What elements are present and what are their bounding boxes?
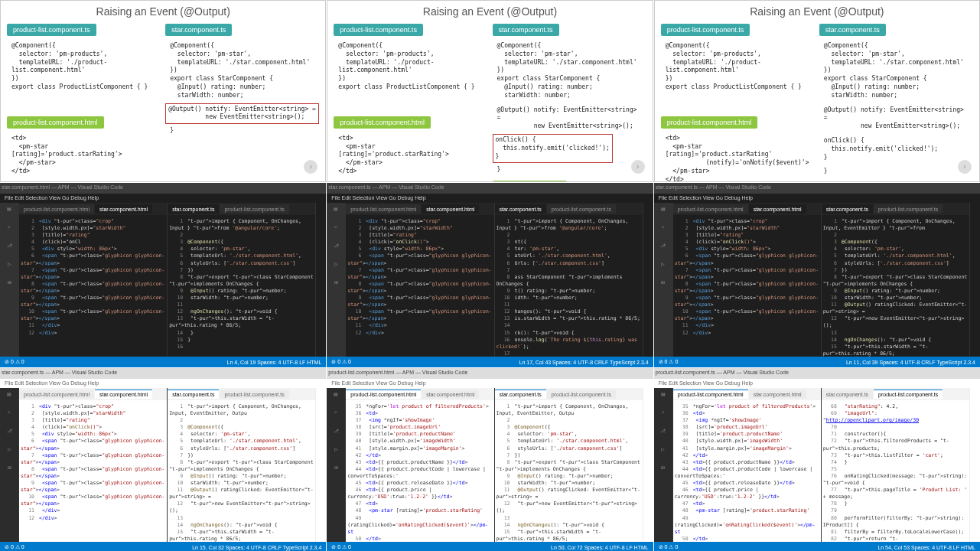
tab-active[interactable]: star.component.html <box>95 390 152 399</box>
tab-active[interactable]: star.component.ts <box>495 390 546 399</box>
tab[interactable]: star.component.ts <box>822 390 873 399</box>
menubar[interactable]: File Edit Selection View Go Debug Help <box>0 379 326 388</box>
activity-bar[interactable]: ▤⌕⎇▷⊞ <box>327 388 345 542</box>
debug-icon: ▷ <box>657 261 669 273</box>
label-star-ts: star.component.ts <box>165 24 232 36</box>
editor-pane[interactable]: 1"t-pur">import { Component, OnChanges, … <box>495 215 643 357</box>
git-icon: ⎇ <box>657 428 669 440</box>
code-pl-html-notify: <td> <pm-star [rating]='product.starRati… <box>661 132 815 182</box>
minimap[interactable] <box>315 388 326 542</box>
tab[interactable]: product-list.component.ts <box>220 390 288 399</box>
activity-bar[interactable]: ▤⌕⎇▷⊞ <box>654 203 672 357</box>
code-onclick: onClick() { this.notify.emit('clicked!')… <box>819 134 973 165</box>
editor-pane[interactable]: 68 "starRating": 4.2,69 "imageUrl": "htt… <box>822 400 969 542</box>
slide-title: Raising an Event (@Output) <box>327 1 652 21</box>
statusbar[interactable]: ⊘ 0 ⚠ 0Ln 4, Col 19 Spaces: 4 UTF-8 LF H… <box>0 357 326 367</box>
code-brace: } <box>165 124 319 139</box>
ext-icon: ⊞ <box>657 279 669 292</box>
search-icon: ⌕ <box>330 409 342 422</box>
editor-pane[interactable]: 1"t-pur">import { Component, OnChanges, … <box>168 215 315 354</box>
tab[interactable]: star.component.html <box>422 390 479 399</box>
minimap[interactable] <box>969 203 980 357</box>
code-output: @Output() notify: EventEmitter<string> =… <box>165 103 319 125</box>
debug-icon: ▷ <box>3 446 15 458</box>
tab-active[interactable]: product-list.component.html <box>346 390 421 399</box>
slide-title: Raising an Event (@Output) <box>1 1 325 21</box>
tab[interactable]: product-list.component.ts <box>220 204 288 214</box>
git-icon: ⎇ <box>3 243 15 255</box>
activity-bar[interactable]: ▤⌕⎇▷⊞ <box>327 203 345 357</box>
activity-bar[interactable]: ▤ ⌕ ⎇ ▷ ⊞ <box>0 203 18 357</box>
statusbar[interactable]: ⊘ 0 ⚠ 0Ln 15, Col 32 Spaces: 4 UTF-8 CRL… <box>0 542 326 551</box>
label-pl-html: product-list.component.html <box>334 116 431 129</box>
label-pl-ts: product-list.component.ts <box>661 24 750 36</box>
statusbar[interactable]: ⊘ 0 ⚠ 0Ln 54, Col 53 Spaces: 4 UTF-8 LF … <box>654 542 980 551</box>
label-star-ts: star.component.ts <box>493 24 559 36</box>
tab-active[interactable]: product-list.component.html <box>673 390 748 399</box>
tab-active[interactable]: star.component.ts <box>168 204 219 214</box>
search-icon: ⌕ <box>657 409 669 422</box>
tab[interactable]: product-list.component.ts <box>547 390 616 399</box>
tab[interactable]: product-list.component.html <box>346 204 421 214</box>
minimap[interactable] <box>643 388 653 542</box>
editor-pane[interactable]: 1"t-pur">import { Component, OnChanges, … <box>168 400 315 542</box>
editor-pane[interactable]: 1<div "t-pur">class="crop"2 [style.width… <box>346 215 493 340</box>
menubar[interactable]: File Edit Selection View Go Debug Help <box>0 194 326 203</box>
tab-active[interactable]: product-list.component.ts <box>874 390 943 399</box>
code-pl-ts: @Component({ selector: 'pm-products', te… <box>7 39 161 95</box>
ext-icon: ⊞ <box>3 279 15 292</box>
editor-pane[interactable]: 1"t-pur">import { Component, OnChanges, … <box>495 400 643 542</box>
statusbar[interactable]: ⊘ 0 ⚠ 0Ln 17, Col 43 Spaces: 4 UTF-8 CRL… <box>327 357 653 367</box>
editor-pane[interactable]: 35*ngFor='let product of filteredProduct… <box>346 400 493 542</box>
ext-icon: ⊞ <box>3 465 15 477</box>
code-star-ts: @Component({ selector: 'pm-star', templa… <box>493 39 646 103</box>
tab[interactable]: product-list.component.html <box>19 390 94 399</box>
tab-active[interactable]: star.component.html <box>749 204 806 214</box>
label-pl-ts: product-list.component.ts <box>7 24 96 36</box>
statusbar[interactable]: ⊘ 0 ⚠ 0Ln 11, Col 39 Spaces: 4 UTF-8 CRL… <box>654 357 980 367</box>
tab[interactable]: product-list.component.html <box>19 204 94 214</box>
menubar[interactable]: File Edit Selection View Go Debug Help <box>654 194 980 203</box>
tab[interactable]: product-list.component.ts <box>874 204 943 214</box>
code-brace: } <box>819 165 973 179</box>
menubar[interactable]: File Edit Selection View Go Debug Help <box>327 194 653 203</box>
editor-pane[interactable]: 1<div "t-pur">class="crop"2 [style.width… <box>673 215 821 340</box>
label-pl-ts: product-list.component.ts <box>334 24 423 36</box>
editor-pane[interactable]: 1"t-pur">import { Component, OnChanges, … <box>822 215 969 357</box>
editor-pane[interactable]: 35*ngFor='let product of filteredProduct… <box>673 400 821 542</box>
code-pl-ts: @Component({ selector: 'pm-products', te… <box>661 39 815 95</box>
tab[interactable]: product-list.component.ts <box>547 204 616 214</box>
tab-active[interactable]: star.component.html <box>422 204 479 214</box>
window-titlebar: star.component.ts — APM — Visual Studio … <box>0 368 326 379</box>
code-output: @Output() notify: EventEmitter<string> =… <box>819 103 973 134</box>
code-onclick: onClick() { this.notify.emit('clicked!')… <box>493 134 613 163</box>
files-icon: ▤ <box>657 391 669 403</box>
activity-bar[interactable]: ▤⌕⎇▷⊞ <box>0 388 18 542</box>
editor-pane[interactable]: 1<div "t-pur">class="crop"2 [style.width… <box>19 215 167 340</box>
search-icon: ⌕ <box>657 224 669 236</box>
files-icon: ▤ <box>657 206 669 218</box>
nav-next-icon[interactable]: › <box>958 160 972 174</box>
tab[interactable]: product-list.component.html <box>673 204 748 214</box>
slide-title: Raising an Event (@Output) <box>655 1 979 21</box>
tab-active[interactable]: star.component.ts <box>495 204 546 214</box>
tab[interactable]: star.component.html <box>749 390 806 399</box>
files-icon: ▤ <box>3 206 15 218</box>
nav-next-icon[interactable]: › <box>631 160 645 174</box>
minimap[interactable] <box>643 203 653 357</box>
code-pl-html: <td> <pm-star [rating]='product.starRati… <box>7 132 161 179</box>
menubar[interactable]: File Edit Selection View Go Debug Help <box>327 379 653 388</box>
editor-pane[interactable]: 1<div "t-pur">class="crop"2 [style.width… <box>19 400 167 525</box>
ext-icon: ⊞ <box>330 465 342 477</box>
git-icon: ⎇ <box>330 243 342 255</box>
menubar[interactable]: File Edit Selection View Go Debug Help <box>654 379 980 388</box>
files-icon: ▤ <box>330 206 342 218</box>
tab-active[interactable]: star.component.ts <box>168 390 219 399</box>
statusbar[interactable]: ⊘ 0 ⚠ 0Ln 50, Col 72 Spaces: 4 UTF-8 LF … <box>327 542 653 551</box>
minimap[interactable] <box>315 203 326 357</box>
activity-bar[interactable]: ▤⌕⎇▷⊞ <box>654 388 672 542</box>
tab-active[interactable]: star.component.html <box>95 204 152 214</box>
label-star-ts: star.component.ts <box>819 24 886 36</box>
tab-active[interactable]: star.component.ts <box>822 204 873 214</box>
minimap[interactable] <box>969 388 980 542</box>
